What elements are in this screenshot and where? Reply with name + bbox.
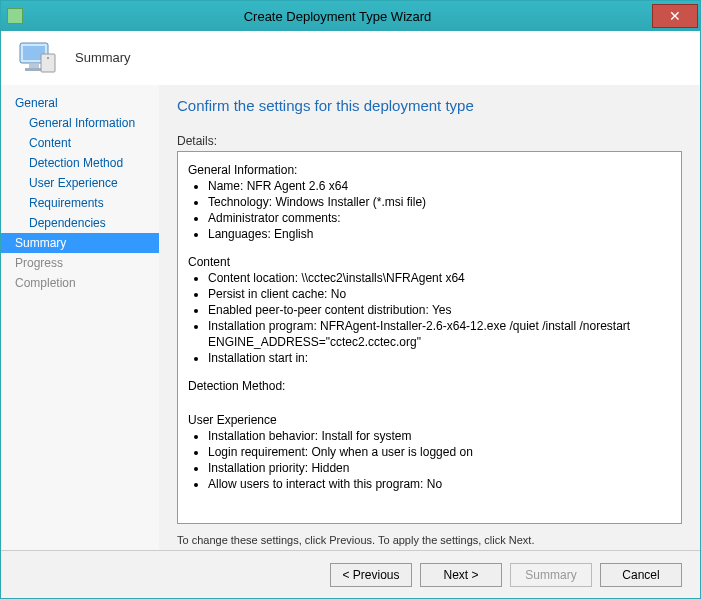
main-panel: Confirm the settings for this deployment… xyxy=(159,85,700,550)
c-install-start: Installation start in: xyxy=(208,350,671,366)
cancel-button[interactable]: Cancel xyxy=(600,563,682,587)
ux-list: Installation behavior: Install for syste… xyxy=(188,428,671,492)
section-detection: Detection Method: xyxy=(188,378,671,394)
previous-button[interactable]: < Previous xyxy=(330,563,412,587)
wizard-header: Summary xyxy=(1,31,700,85)
sidebar-item-completion: Completion xyxy=(1,273,159,293)
app-icon xyxy=(7,8,23,24)
gi-name: Name: NFR Agent 2.6 x64 xyxy=(208,178,671,194)
section-general-info: General Information: xyxy=(188,162,671,178)
sidebar-item-user-experience[interactable]: User Experience xyxy=(1,173,159,193)
c-install-prog-line1: Installation program: NFRAgent-Installer… xyxy=(208,319,630,333)
svg-rect-4 xyxy=(41,54,55,72)
general-info-list: Name: NFR Agent 2.6 x64 Technology: Wind… xyxy=(188,178,671,242)
c-location: Content location: \\cctec2\installs\NFRA… xyxy=(208,270,671,286)
c-install-prog: Installation program: NFRAgent-Installer… xyxy=(208,318,671,350)
svg-rect-2 xyxy=(29,64,39,68)
ux-behavior: Installation behavior: Install for syste… xyxy=(208,428,671,444)
next-button[interactable]: Next > xyxy=(420,563,502,587)
ux-interact: Allow users to interact with this progra… xyxy=(208,476,671,492)
page-heading: Confirm the settings for this deployment… xyxy=(177,97,682,114)
wizard-body: General General Information Content Dete… xyxy=(1,85,700,550)
close-button[interactable]: ✕ xyxy=(652,4,698,28)
section-user-experience: User Experience xyxy=(188,412,671,428)
close-icon: ✕ xyxy=(669,8,681,24)
details-box[interactable]: General Information: Name: NFR Agent 2.6… xyxy=(177,151,682,524)
titlebar: Create Deployment Type Wizard ✕ xyxy=(1,1,700,31)
sidebar-item-general[interactable]: General xyxy=(1,93,159,113)
sidebar-item-progress: Progress xyxy=(1,253,159,273)
sidebar: General General Information Content Dete… xyxy=(1,85,159,550)
section-content: Content xyxy=(188,254,671,270)
sidebar-item-content[interactable]: Content xyxy=(1,133,159,153)
gi-admin: Administrator comments: xyxy=(208,210,671,226)
sidebar-item-dependencies[interactable]: Dependencies xyxy=(1,213,159,233)
svg-point-5 xyxy=(47,57,49,59)
gi-tech: Technology: Windows Installer (*.msi fil… xyxy=(208,194,671,210)
step-title: Summary xyxy=(75,50,131,65)
svg-rect-3 xyxy=(25,68,43,71)
monitor-icon xyxy=(17,40,57,76)
gi-lang: Languages: English xyxy=(208,226,671,242)
sidebar-item-requirements[interactable]: Requirements xyxy=(1,193,159,213)
c-persist: Persist in client cache: No xyxy=(208,286,671,302)
sidebar-item-summary[interactable]: Summary xyxy=(1,233,159,253)
content-list: Content location: \\cctec2\installs\NFRA… xyxy=(188,270,671,366)
sidebar-item-general-information[interactable]: General Information xyxy=(1,113,159,133)
button-bar: < Previous Next > Summary Cancel xyxy=(1,550,700,598)
summary-button: Summary xyxy=(510,563,592,587)
sidebar-item-detection-method[interactable]: Detection Method xyxy=(1,153,159,173)
c-install-prog-line2: ENGINE_ADDRESS="cctec2.cctec.org" xyxy=(208,335,421,349)
ux-login: Login requirement: Only when a user is l… xyxy=(208,444,671,460)
details-label: Details: xyxy=(177,134,682,148)
c-p2p: Enabled peer-to-peer content distributio… xyxy=(208,302,671,318)
ux-priority: Installation priority: Hidden xyxy=(208,460,671,476)
window-title: Create Deployment Type Wizard xyxy=(23,9,652,24)
hint-text: To change these settings, click Previous… xyxy=(177,534,682,546)
